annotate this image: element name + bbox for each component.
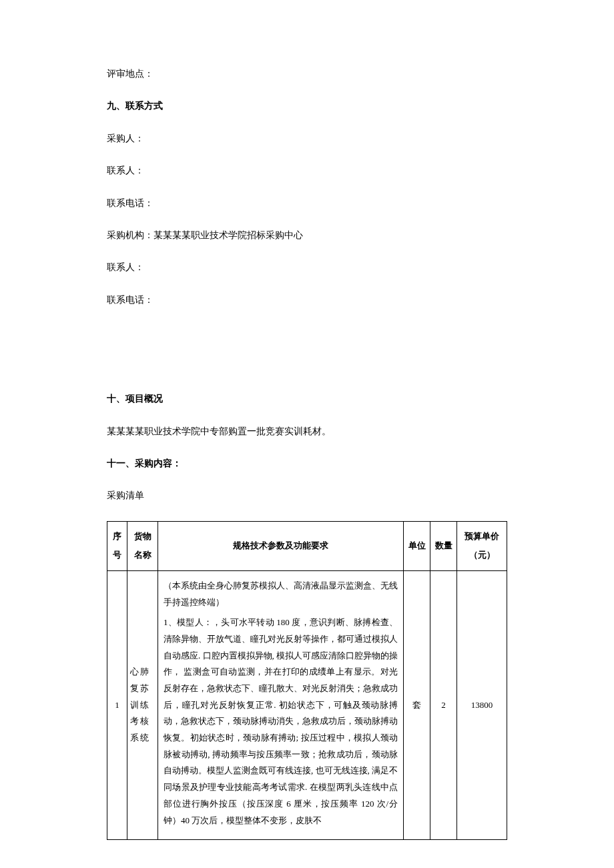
review-location: 评审地点： [107, 67, 507, 81]
purchase-table: 序号 货物名称 规格技术参数及功能要求 单位 数量 预算单价（元） 1 心肺复苏… [107, 521, 507, 841]
document-page: 评审地点： 九、联系方式 采购人： 联系人： 联系电话： 采购机构：某某某某职业… [0, 0, 614, 868]
contact-phone-1: 联系电话： [107, 196, 507, 211]
contact-person-1: 联系人： [107, 163, 507, 178]
spacer [107, 325, 507, 392]
section-10-title: 十、项目概况 [107, 392, 507, 406]
contact-phone-2: 联系电话： [107, 293, 507, 308]
th-name: 货物名称 [127, 521, 158, 570]
project-overview: 某某某某职业技术学院中专部购置一批竞赛实训耗材。 [107, 424, 507, 439]
cell-unit: 套 [404, 570, 430, 839]
spec-paragraph-1: （本系统由全身心肺复苏模拟人、高清液晶显示监测盒、无线手持遥控终端） [164, 578, 398, 610]
th-seq: 序号 [107, 521, 127, 570]
cell-spec: （本系统由全身心肺复苏模拟人、高清液晶显示监测盒、无线手持遥控终端） 1、模型人… [158, 570, 404, 839]
purchaser: 采购人： [107, 131, 507, 146]
section-11-title: 十一、采购内容： [107, 456, 507, 471]
purchasing-org: 采购机构：某某某某职业技术学院招标采购中心 [107, 228, 507, 243]
cell-name: 心肺复苏训练考核系统 [127, 570, 158, 839]
contact-person-2: 联系人： [107, 260, 507, 275]
cell-qty: 2 [430, 570, 457, 839]
purchase-list-label: 采购清单 [107, 488, 507, 503]
th-price: 预算单价（元） [457, 521, 507, 570]
th-spec: 规格技术参数及功能要求 [158, 521, 404, 570]
section-9-title: 九、联系方式 [107, 99, 507, 113]
table-header-row: 序号 货物名称 规格技术参数及功能要求 单位 数量 预算单价（元） [107, 521, 507, 570]
cell-price: 13800 [457, 570, 507, 839]
th-qty: 数量 [430, 521, 457, 570]
table-row: 1 心肺复苏训练考核系统 （本系统由全身心肺复苏模拟人、高清液晶显示监测盒、无线… [107, 570, 507, 839]
th-unit: 单位 [404, 521, 430, 570]
spec-paragraph-2: 1、模型人：，头可水平转动 180 度，意识判断、脉搏检查、清除异物、开放气道、… [164, 614, 398, 829]
cell-seq: 1 [107, 570, 127, 839]
